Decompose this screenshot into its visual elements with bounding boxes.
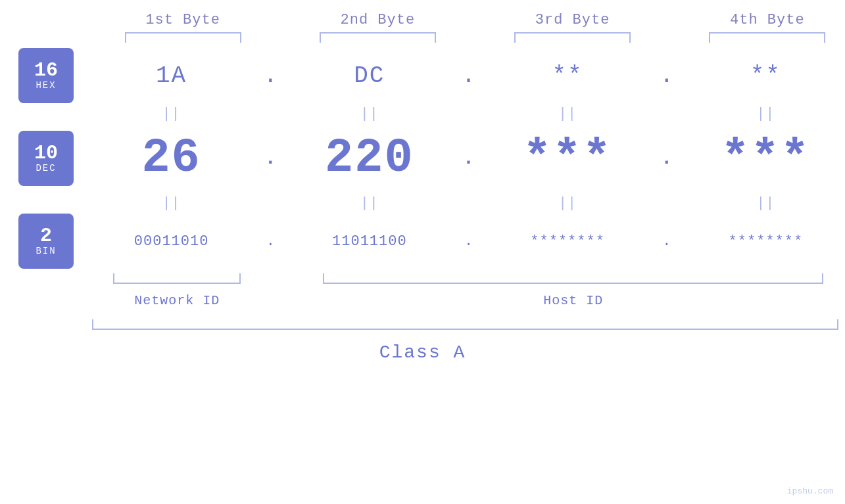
bracket-top-4 xyxy=(709,32,825,43)
byte-headers: 1st Byte 2nd Byte 3rd Byte 4th Byte xyxy=(0,12,845,28)
hex-row-group: 16 HEX 1A . DC . ** . ** xyxy=(0,49,845,102)
bin-val-4: ******** xyxy=(687,233,845,250)
eq-1-2: || xyxy=(290,106,448,122)
network-bracket-cell xyxy=(92,273,262,284)
hex-row-data: 1A . DC . ** . ** xyxy=(92,62,845,89)
class-row: Class A xyxy=(0,336,845,369)
hex-badge-label: HEX xyxy=(36,80,56,91)
full-bracket-container xyxy=(92,319,838,330)
eq-2-1: || xyxy=(92,195,251,212)
network-id-label: Network ID xyxy=(92,293,262,308)
dec-row-data: 26 . 220 . *** . *** xyxy=(92,131,845,185)
full-bracket xyxy=(92,319,838,330)
hex-val-1: 1A xyxy=(92,62,251,89)
main-container: 1st Byte 2nd Byte 3rd Byte 4th Byte 16 H… xyxy=(0,0,845,504)
bin-val-2: 11011100 xyxy=(290,233,448,250)
hex-val-4: ** xyxy=(687,62,845,89)
hex-badge: 16 HEX xyxy=(18,48,74,103)
hex-val-2: DC xyxy=(290,62,448,89)
hex-val-3: ** xyxy=(489,62,647,89)
bracket-top-2 xyxy=(320,32,436,43)
bin-dot-1: . xyxy=(251,233,290,250)
byte-header-3: 3rd Byte xyxy=(495,12,650,28)
eq-2-2: || xyxy=(290,195,448,212)
eq-1-3: || xyxy=(489,106,647,122)
dec-val-3: *** xyxy=(489,131,647,185)
hex-badge-number: 16 xyxy=(34,60,58,80)
dec-dot-3: . xyxy=(647,147,687,170)
class-label: Class A xyxy=(379,342,466,363)
bin-dot-3: . xyxy=(647,233,687,250)
eq-2-3: || xyxy=(489,195,647,212)
bracket-cell-3 xyxy=(495,32,650,43)
bin-dot-2: . xyxy=(449,233,489,250)
dec-row-group: 10 DEC 26 . 220 . *** . *** xyxy=(0,126,845,191)
network-bracket xyxy=(113,273,241,284)
eq-1-1: || xyxy=(92,106,251,122)
bin-badge: 2 BIN xyxy=(18,214,74,269)
bin-val-3: ******** xyxy=(489,233,647,250)
byte-header-2: 2nd Byte xyxy=(300,12,455,28)
bin-val-1: 00011010 xyxy=(92,233,251,250)
eq-1-4: || xyxy=(687,106,845,122)
dec-badge: 10 DEC xyxy=(18,131,74,186)
dec-val-1: 26 xyxy=(92,131,251,185)
dec-dot-2: . xyxy=(449,147,489,170)
top-bracket-row xyxy=(0,32,845,43)
byte-header-4: 4th Byte xyxy=(690,12,845,28)
dec-dot-1: . xyxy=(251,147,290,170)
bracket-cell-1 xyxy=(105,32,260,43)
bracket-top-1 xyxy=(125,32,241,43)
bin-badge-label: BIN xyxy=(36,246,56,256)
dec-val-4: *** xyxy=(687,131,845,185)
bottom-brackets-row xyxy=(0,271,845,286)
dec-badge-number: 10 xyxy=(34,143,58,163)
bracket-top-3 xyxy=(514,32,631,43)
eq-row-1: || || || || xyxy=(0,102,845,126)
host-id-label: Host ID xyxy=(301,293,845,308)
bin-badge-number: 2 xyxy=(40,226,52,246)
eq-row-2: || || || || xyxy=(0,191,845,215)
eq-2-4: || xyxy=(687,195,845,212)
watermark: ipshu.com xyxy=(787,486,833,496)
full-bracket-row xyxy=(0,317,845,332)
dec-badge-col: 10 DEC xyxy=(0,131,92,186)
hex-dot-1: . xyxy=(251,62,290,89)
bracket-cell-2 xyxy=(300,32,455,43)
hex-badge-col: 16 HEX xyxy=(0,48,92,103)
bin-badge-col: 2 BIN xyxy=(0,214,92,269)
dec-val-2: 220 xyxy=(290,131,448,185)
host-bracket xyxy=(323,273,823,284)
eq-row-1-data: || || || || xyxy=(92,106,845,122)
byte-header-1: 1st Byte xyxy=(105,12,260,28)
host-bracket-cell xyxy=(301,273,845,284)
eq-row-2-data: || || || || xyxy=(92,195,845,212)
bracket-cell-4 xyxy=(690,32,845,43)
bin-row-data: 00011010 . 11011100 . ******** . *******… xyxy=(92,233,845,250)
id-labels-row: Network ID Host ID xyxy=(0,288,845,312)
bin-row-group: 2 BIN 00011010 . 11011100 . ******** . *… xyxy=(0,215,845,267)
dec-badge-label: DEC xyxy=(36,163,56,173)
hex-dot-2: . xyxy=(449,62,489,89)
hex-dot-3: . xyxy=(647,62,687,89)
